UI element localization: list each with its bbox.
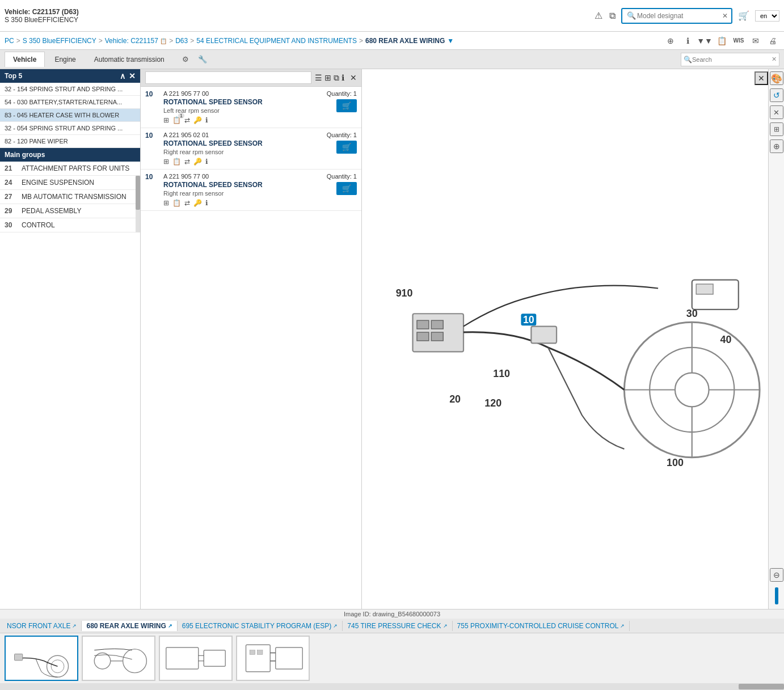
bottom-tab-4[interactable]: 755 PROXIMITY-CONTROLLED CRUISE CONTROL … xyxy=(453,621,630,631)
sidebar-group-30[interactable]: 30 CONTROL xyxy=(0,218,136,232)
parts-list-icon[interactable]: ☰ xyxy=(315,73,322,83)
group-label-24: ENGINE SUSPENSION xyxy=(22,179,94,187)
info-toolbar-icon[interactable]: ℹ xyxy=(681,34,694,48)
thumbnail-0[interactable] xyxy=(5,636,78,681)
top5-collapse-icon[interactable]: ∧ xyxy=(120,71,125,81)
model-search-input[interactable] xyxy=(637,12,722,20)
main-layout: Top 5 ∧ ✕ 32 - 154 SPRING STRUT AND SPRI… xyxy=(0,69,784,609)
part-info-icon-1[interactable]: ℹ xyxy=(205,158,208,166)
group-num-21: 21 xyxy=(5,164,17,172)
image-id-bar: Image ID: drawing_B54680000073 xyxy=(0,609,784,619)
group-num-30: 30 xyxy=(5,221,17,229)
sidebar-group-29[interactable]: 29 PEDAL ASSEMBLY xyxy=(0,204,136,218)
top5-close-icon[interactable]: ✕ xyxy=(129,71,136,81)
wis-toolbar-icon[interactable]: WIS xyxy=(732,34,745,48)
bottom-tab-3[interactable]: 745 TIRE PRESSURE CHECK ↗ xyxy=(343,621,452,631)
part-table-icon-1[interactable]: ⊞ xyxy=(163,158,169,166)
tab-search-clear[interactable]: ✕ xyxy=(772,56,777,63)
tab-vehicle[interactable]: Vehicle xyxy=(5,52,45,67)
part-doc-icon-0[interactable]: 📋1 xyxy=(172,116,181,124)
thumbnail-1[interactable] xyxy=(82,636,155,681)
breadcrumb-pc[interactable]: PC xyxy=(5,37,14,45)
diag-color-icon[interactable]: 🎨 xyxy=(770,71,783,85)
mail-toolbar-icon[interactable]: ✉ xyxy=(749,34,762,48)
cart-icon[interactable]: 🛒 xyxy=(737,9,751,22)
parts-window-icon[interactable]: ⧉ xyxy=(334,73,339,83)
part-article-2: A 221 905 77 00 xyxy=(163,173,307,180)
breadcrumb-d63[interactable]: D63 xyxy=(175,37,188,45)
search-clear-button[interactable]: ✕ xyxy=(722,12,728,20)
thumbnail-svg-1 xyxy=(83,637,154,680)
sidebar-group-27[interactable]: 27 MB AUTOMATIC TRANSMISSION xyxy=(0,190,136,204)
diag-table-icon[interactable]: ⊞ xyxy=(770,122,783,136)
bottom-tab-1[interactable]: 680 REAR AXLE WIRING ↗ xyxy=(82,621,177,631)
diag-close-icon[interactable]: ✕ xyxy=(770,105,783,119)
thumbnail-2[interactable] xyxy=(159,636,233,681)
part-info-icon-2[interactable]: ℹ xyxy=(205,199,208,207)
part-row-1: 10 A 221 905 02 01 ROTATIONAL SPEED SENS… xyxy=(141,128,361,170)
zoom-in-toolbar-icon[interactable]: ⊕ xyxy=(664,34,677,48)
tab-icon-gear[interactable]: ⚙ xyxy=(179,53,192,66)
language-select[interactable]: en de fr xyxy=(755,10,779,22)
diagram-content: 30 40 10 10 110 120 20 100 910 xyxy=(362,69,768,609)
tab-engine[interactable]: Engine xyxy=(46,52,84,67)
bottom-tab-2[interactable]: 695 ELECTRONIC STABILITY PROGRAM (ESP) ↗ xyxy=(178,621,343,631)
part-swap-icon-1[interactable]: ⇄ xyxy=(184,158,190,166)
part-doc-icon-2[interactable]: 📋 xyxy=(172,199,181,207)
part-doc-icon-1[interactable]: 📋 xyxy=(172,158,181,166)
tab-icon-wrench[interactable]: 🔧 xyxy=(196,53,209,66)
sidebar-item-2[interactable]: 83 - 045 HEATER CASE WITH BLOWER xyxy=(0,109,140,122)
search-button[interactable]: 🔍 xyxy=(626,10,637,21)
copy-icon[interactable]: ⧉ xyxy=(608,10,617,22)
sidebar-item-1[interactable]: 54 - 030 BATTERY,STARTER/ALTERNA... xyxy=(0,96,140,109)
sidebar-top5-header: Top 5 ∧ ✕ xyxy=(0,69,140,83)
part-desc-2: Right rear rpm sensor xyxy=(163,190,307,197)
warning-icon[interactable]: ⚠ xyxy=(593,9,604,22)
parts-close-icon[interactable]: ✕ xyxy=(350,73,357,82)
document-toolbar-icon[interactable]: 📋 xyxy=(715,34,728,48)
part-swap-icon-0[interactable]: ⇄ xyxy=(184,116,190,124)
blue-marker xyxy=(775,587,778,604)
print-toolbar-icon[interactable]: 🖨 xyxy=(766,34,779,48)
svg-text:40: 40 xyxy=(720,334,731,345)
tab-automatic-transmission[interactable]: Automatic transmission xyxy=(86,52,173,67)
bottom-tabs: NSOR FRONT AXLE ↗ 680 REAR AXLE WIRING ↗… xyxy=(0,619,784,633)
horizontal-scrollbar[interactable] xyxy=(0,683,784,690)
parts-search-input[interactable] xyxy=(145,71,311,84)
parts-grid-icon[interactable]: ⊞ xyxy=(324,73,331,83)
part-row-0: 10 A 221 905 77 00 ROTATIONAL SPEED SENS… xyxy=(141,87,361,128)
breadcrumb-dropdown-icon[interactable]: ▼ xyxy=(447,37,454,45)
parts-list: ☰ ⊞ ⧉ ℹ ✕ 10 A 221 905 77 00 ROTATIONAL … xyxy=(141,69,362,609)
part-swap-icon-2[interactable]: ⇄ xyxy=(184,199,190,207)
part-key-icon-0[interactable]: 🔑 xyxy=(193,116,202,124)
part-pos-2: 10 xyxy=(145,173,159,181)
part-cart-button-2[interactable]: 🛒 xyxy=(336,182,357,195)
bottom-tab-0[interactable]: NSOR FRONT AXLE ↗ xyxy=(2,621,82,631)
breadcrumb-model[interactable]: S 350 BlueEFFICIENCY xyxy=(23,37,96,45)
parts-info-icon[interactable]: ℹ xyxy=(342,73,344,83)
tab-search-input[interactable] xyxy=(692,56,772,63)
diag-zoom-out-icon[interactable]: ⊖ xyxy=(770,568,783,582)
part-key-icon-2[interactable]: 🔑 xyxy=(193,199,202,207)
sidebar-group-21[interactable]: 21 ATTACHMENT PARTS FOR UNITS xyxy=(0,162,140,176)
sidebar-scrollbar[interactable] xyxy=(136,176,140,232)
part-table-icon-0[interactable]: ⊞ xyxy=(163,116,169,124)
breadcrumb-electrical[interactable]: 54 ELECTRICAL EQUIPMENT AND INSTRUMENTS xyxy=(196,37,357,45)
diag-zoom-in-icon[interactable]: ⊕ xyxy=(770,139,783,153)
sidebar-item-4[interactable]: 82 - 120 PANE WIPER xyxy=(0,135,140,148)
breadcrumb-vehicle[interactable]: Vehicle: C221157 📋 xyxy=(105,37,167,45)
diagram-close-button[interactable]: ✕ xyxy=(755,71,768,85)
group-num-27: 27 xyxy=(5,193,17,201)
sidebar-item-3[interactable]: 32 - 054 SPRING STRUT AND SPRING ... xyxy=(0,122,140,135)
diag-history-icon[interactable]: ↺ xyxy=(770,88,783,102)
sidebar-group-24[interactable]: 24 ENGINE SUSPENSION xyxy=(0,176,136,190)
thumbnail-3[interactable] xyxy=(236,636,310,681)
part-cart-button-0[interactable]: 🛒 xyxy=(336,99,357,112)
part-table-icon-2[interactable]: ⊞ xyxy=(163,199,169,207)
part-key-icon-1[interactable]: 🔑 xyxy=(193,158,202,166)
hscroll-thumb[interactable] xyxy=(739,684,784,689)
sidebar-item-0[interactable]: 32 - 154 SPRING STRUT AND SPRING ... xyxy=(0,83,140,96)
filter-toolbar-icon[interactable]: ▼▼ xyxy=(698,34,711,48)
part-cart-button-1[interactable]: 🛒 xyxy=(336,141,357,154)
part-info-icon-0[interactable]: ℹ xyxy=(205,116,208,124)
